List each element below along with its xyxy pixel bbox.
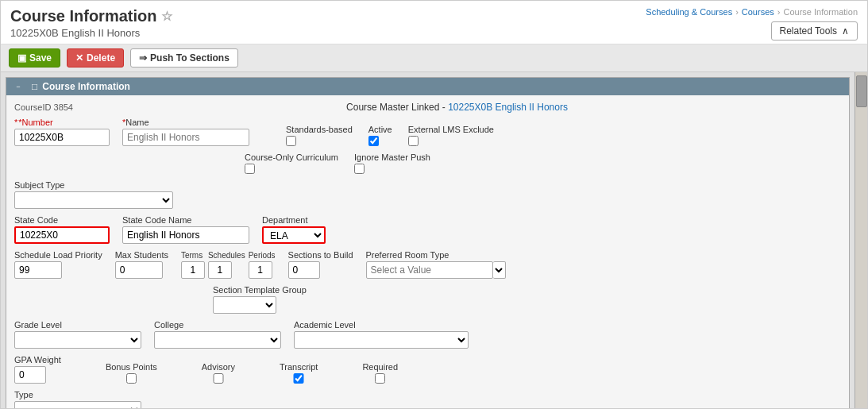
sections-to-build-label: Sections to Build <box>288 250 353 260</box>
standards-based-label: Standards-based <box>286 125 353 134</box>
state-code-name-label: State Code Name <box>122 215 249 225</box>
course-only-label: Course-Only Curriculum <box>245 152 338 162</box>
number-input[interactable] <box>14 129 110 146</box>
delete-icon: ✕ <box>75 52 83 64</box>
max-students-label: Max Students <box>115 250 168 260</box>
push-icon: ⇒ <box>139 52 147 64</box>
max-students-input[interactable] <box>115 261 163 279</box>
subject-type-label: Subject Type <box>14 180 173 190</box>
schedule-load-label: Schedule Load Priority <box>14 250 102 260</box>
save-button[interactable]: ▣ Save <box>9 48 60 68</box>
external-lms-checkbox[interactable] <box>408 136 419 146</box>
type-label: Type <box>14 390 141 399</box>
gpa-weight-input[interactable] <box>14 366 46 384</box>
schedules-input[interactable] <box>208 261 232 279</box>
transcript-checkbox[interactable] <box>280 373 318 384</box>
active-checkbox[interactable] <box>368 136 379 146</box>
college-label: College <box>154 320 281 330</box>
schedules-label: Schedules <box>208 251 245 260</box>
state-code-input[interactable] <box>14 226 110 244</box>
bonus-points-label: Bonus Points <box>106 362 157 372</box>
college-select[interactable] <box>154 331 281 349</box>
page-title: Course Information ☆ <box>10 7 172 25</box>
scrollbar-thumb[interactable] <box>856 75 867 107</box>
section-collapse-button[interactable]: − <box>13 81 24 92</box>
preferred-room-select[interactable] <box>493 261 506 279</box>
active-label: Active <box>368 125 392 134</box>
academic-level-select[interactable] <box>294 331 469 349</box>
terms-input[interactable] <box>181 261 205 279</box>
state-code-label: State Code <box>14 215 110 225</box>
section-template-label: Section Template Group <box>213 285 307 295</box>
push-to-sections-button[interactable]: ⇒ Push To Sections <box>130 48 238 68</box>
scrollbar[interactable] <box>854 72 867 408</box>
bonus-points-checkbox[interactable] <box>106 373 157 384</box>
department-select[interactable]: ELA <box>262 226 326 244</box>
periods-input[interactable] <box>249 261 272 279</box>
save-icon: ▣ <box>17 52 26 64</box>
favorite-icon[interactable]: ☆ <box>161 9 172 24</box>
section-header: − □ Course Information <box>6 78 849 95</box>
advisory-checkbox[interactable] <box>202 373 235 384</box>
sections-to-build-input[interactable] <box>288 261 320 279</box>
course-master-linked-label: Course Master Linked - <box>346 102 446 113</box>
transcript-label: Transcript <box>280 362 318 372</box>
ignore-master-label: Ignore Master Push <box>354 152 430 162</box>
department-label: Department <box>262 215 326 225</box>
preferred-room-label: Preferred Room Type <box>366 250 506 260</box>
number-label: *Number <box>14 118 110 127</box>
delete-button[interactable]: ✕ Delete <box>67 48 124 68</box>
section-title: Course Information <box>42 81 130 92</box>
breadcrumb-scheduling[interactable]: Scheduling & Courses <box>646 7 732 17</box>
section-icon: □ <box>32 81 37 92</box>
gpa-weight-label: GPA Weight <box>14 355 61 365</box>
section-template-select[interactable] <box>213 296 276 314</box>
breadcrumb-current: Course Information <box>783 7 858 17</box>
required-checkbox[interactable] <box>362 373 398 384</box>
grade-level-select[interactable] <box>14 331 141 349</box>
state-code-name-input[interactable] <box>122 226 249 244</box>
preferred-room-input[interactable] <box>366 261 493 279</box>
subject-type-select[interactable] <box>14 191 173 209</box>
advisory-label: Advisory <box>202 362 235 372</box>
course-id-label: CourseID 3854 <box>14 102 73 112</box>
type-select[interactable] <box>14 401 141 408</box>
related-tools-button[interactable]: Related Tools ∧ <box>771 21 858 41</box>
grade-level-label: Grade Level <box>14 320 141 330</box>
schedule-load-input[interactable] <box>14 261 62 279</box>
course-only-checkbox[interactable] <box>245 164 255 174</box>
required-label: Required <box>362 362 398 372</box>
breadcrumb: Scheduling & Courses › Courses › Course … <box>646 7 858 17</box>
name-input[interactable] <box>122 129 249 146</box>
periods-label: Periods <box>249 251 276 260</box>
name-label: *Name <box>122 118 249 127</box>
terms-label: Terms <box>181 251 205 260</box>
external-lms-label: External LMS Exclude <box>408 125 494 134</box>
ignore-master-checkbox[interactable] <box>354 164 365 174</box>
breadcrumb-courses[interactable]: Courses <box>742 7 774 17</box>
academic-level-label: Academic Level <box>294 320 469 330</box>
course-master-linked-link[interactable]: 10225X0B English II Honors <box>448 102 568 113</box>
standards-based-checkbox[interactable] <box>286 136 296 146</box>
course-subtitle: 10225X0B English II Honors <box>10 27 172 39</box>
